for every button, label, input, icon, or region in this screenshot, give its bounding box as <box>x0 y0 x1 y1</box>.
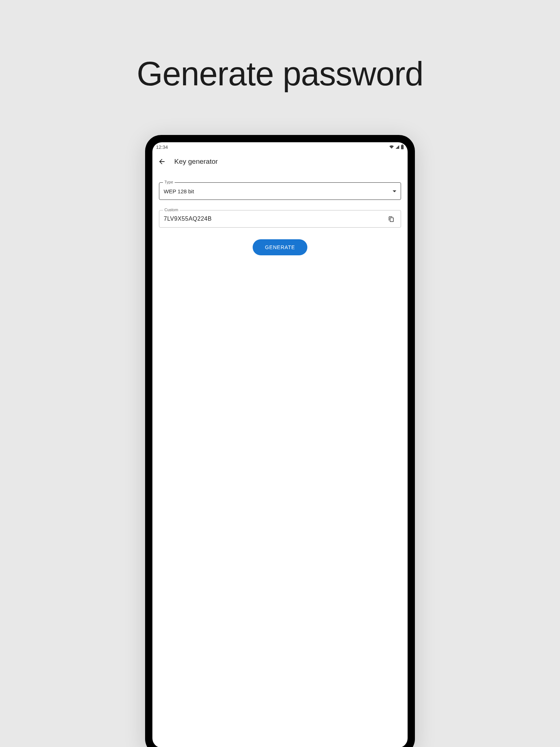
app-bar: Key generator <box>152 152 408 171</box>
app-bar-title: Key generator <box>174 158 218 166</box>
svg-rect-0 <box>401 145 404 149</box>
signal-icon <box>395 145 400 149</box>
device-screen: 12:34 Key generator Type <box>152 142 408 747</box>
content-area: Type WEP 128 bit Custom GENERATE <box>152 171 408 255</box>
copy-button[interactable] <box>386 214 396 224</box>
wifi-icon <box>389 145 394 149</box>
page-title: Generate password <box>0 55 560 93</box>
type-select[interactable]: Type WEP 128 bit <box>159 182 401 200</box>
svg-rect-1 <box>402 144 403 145</box>
battery-icon <box>401 144 404 150</box>
back-button[interactable] <box>158 157 166 166</box>
status-bar: 12:34 <box>152 142 408 152</box>
generate-button[interactable]: GENERATE <box>253 239 307 255</box>
custom-label: Custom <box>163 208 180 212</box>
status-time: 12:34 <box>156 144 168 150</box>
generate-row: GENERATE <box>159 239 401 255</box>
type-value: WEP 128 bit <box>164 188 393 194</box>
copy-icon <box>388 216 394 222</box>
svg-rect-2 <box>390 218 393 222</box>
type-label: Type <box>163 180 175 184</box>
arrow-left-icon <box>158 158 166 166</box>
chevron-down-icon <box>393 190 396 192</box>
custom-input[interactable] <box>164 216 386 222</box>
device-frame: 12:34 Key generator Type <box>145 135 415 747</box>
custom-field-container: Custom <box>159 210 401 228</box>
